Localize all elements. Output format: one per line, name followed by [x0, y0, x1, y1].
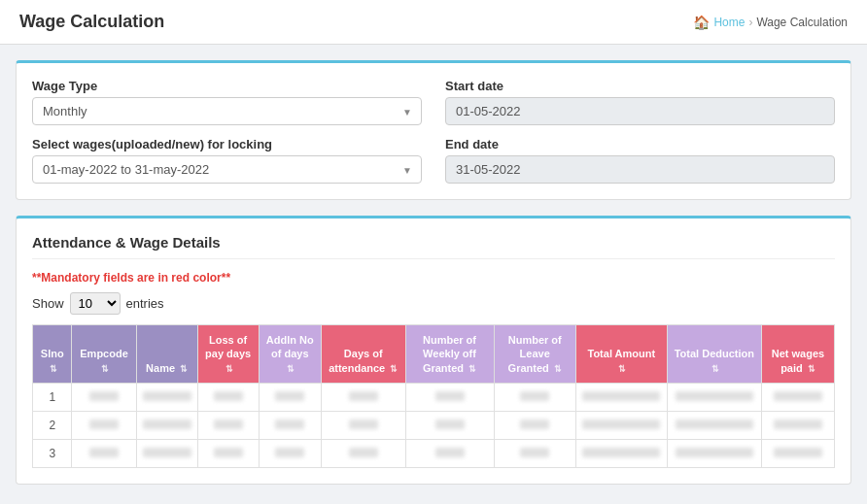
end-date-group: End date: [445, 137, 835, 184]
cell-total-amount: [575, 440, 667, 468]
cell-slno: 1: [33, 384, 72, 412]
breadcrumb-separator: ›: [748, 16, 752, 29]
table-row: 2: [33, 412, 835, 440]
wage-type-group: Wage Type Monthly Weekly Daily: [32, 79, 422, 125]
col-leave-granted: Number of Leave Granted ⇅: [494, 325, 575, 384]
col-slno: Slno ⇅: [33, 325, 72, 384]
start-date-input: [445, 97, 835, 125]
sort-name[interactable]: ⇅: [180, 364, 188, 376]
cell-slno: 2: [33, 412, 72, 440]
col-total-amount: Total Amount ⇅: [575, 325, 667, 384]
cell-name: [136, 440, 197, 468]
breadcrumb-current: Wage Calculation: [756, 16, 848, 29]
home-icon: 🏠: [693, 15, 710, 30]
wages-select-wrapper[interactable]: 01-may-2022 to 31-may-2022: [32, 155, 422, 184]
cell-leave: [494, 384, 575, 412]
cell-leave: [494, 440, 575, 468]
table-row: 3: [33, 440, 835, 468]
form-card: Wage Type Monthly Weekly Daily Start dat…: [16, 60, 851, 200]
start-date-group: Start date: [445, 79, 835, 125]
cell-net-wages: [761, 412, 834, 440]
cell-addln: [259, 440, 321, 468]
show-entries-control: Show 10 25 50 100 entries: [32, 292, 835, 315]
wage-type-select-wrapper[interactable]: Monthly Weekly Daily: [32, 97, 422, 125]
section-title: Attendance & Wage Details: [32, 234, 835, 259]
show-label: Show: [32, 296, 64, 311]
wages-select-group: Select wages(uploaded/new) for locking 0…: [32, 137, 422, 184]
cell-deduction: [667, 412, 761, 440]
cell-deduction: [667, 384, 761, 412]
start-date-label: Start date: [445, 79, 835, 93]
breadcrumb: 🏠 Home › Wage Calculation: [693, 15, 848, 30]
breadcrumb-home[interactable]: Home: [713, 16, 745, 29]
cell-leave: [494, 412, 575, 440]
cell-days: [321, 440, 405, 468]
col-total-deduction: Total Deduction ⇅: [667, 325, 761, 384]
sort-leave-granted[interactable]: ⇅: [554, 364, 562, 376]
cell-empcode: [72, 412, 136, 440]
col-empcode: Empcode ⇅: [72, 325, 136, 384]
col-days-attendance: Days of attendance ⇅: [321, 325, 405, 384]
cell-loss: [197, 384, 259, 412]
cell-addln: [259, 384, 321, 412]
main-content: Wage Type Monthly Weekly Daily Start dat…: [0, 45, 867, 504]
cell-deduction: [667, 440, 761, 468]
wage-type-select[interactable]: Monthly Weekly Daily: [32, 97, 422, 125]
form-grid: Wage Type Monthly Weekly Daily Start dat…: [32, 79, 835, 184]
sort-addln[interactable]: ⇅: [287, 364, 295, 376]
sort-loss-pay[interactable]: ⇅: [225, 364, 233, 376]
cell-weekly: [405, 412, 494, 440]
cell-weekly: [405, 440, 494, 468]
end-date-label: End date: [445, 137, 835, 151]
attendance-card: Attendance & Wage Details **Mandatory fi…: [16, 216, 851, 485]
cell-total-amount: [575, 384, 667, 412]
col-net-wages: Net wages paid ⇅: [761, 325, 834, 384]
wages-select-label: Select wages(uploaded/new) for locking: [32, 137, 422, 151]
cell-empcode: [72, 440, 136, 468]
sort-total-amount[interactable]: ⇅: [618, 364, 626, 376]
cell-slno: 3: [33, 440, 72, 468]
cell-loss: [197, 412, 259, 440]
cell-name: [136, 412, 197, 440]
sort-total-deduction[interactable]: ⇅: [711, 364, 719, 376]
col-addln: Addln No of days ⇅: [259, 325, 321, 384]
table-row: 1: [33, 384, 835, 412]
col-weekly-off: Number of Weekly off Granted ⇅: [405, 325, 494, 384]
col-loss-pay: Loss of pay days ⇅: [197, 325, 259, 384]
mandatory-note: **Mandatory fields are in red color**: [32, 271, 835, 285]
cell-loss: [197, 440, 259, 468]
wages-select[interactable]: 01-may-2022 to 31-may-2022: [32, 155, 422, 184]
cell-name: [136, 384, 197, 412]
page-title: Wage Calculation: [19, 12, 164, 32]
page-header: Wage Calculation 🏠 Home › Wage Calculati…: [0, 0, 867, 45]
sort-net-wages[interactable]: ⇅: [808, 364, 815, 376]
sort-weekly-off[interactable]: ⇅: [468, 364, 476, 376]
sort-empcode[interactable]: ⇅: [101, 364, 109, 376]
sort-slno[interactable]: ⇅: [50, 364, 57, 376]
cell-net-wages: [761, 440, 834, 468]
table-wrapper: Slno ⇅ Empcode ⇅ Name ⇅ Loss of pay days…: [32, 324, 835, 468]
attendance-table: Slno ⇅ Empcode ⇅ Name ⇅ Loss of pay days…: [32, 324, 835, 468]
sort-days-attendance[interactable]: ⇅: [390, 364, 398, 376]
table-header-row: Slno ⇅ Empcode ⇅ Name ⇅ Loss of pay days…: [33, 325, 835, 384]
entries-select[interactable]: 10 25 50 100: [70, 292, 121, 315]
cell-empcode: [72, 384, 136, 412]
cell-days: [321, 412, 405, 440]
cell-total-amount: [575, 412, 667, 440]
cell-weekly: [405, 384, 494, 412]
cell-net-wages: [761, 384, 834, 412]
wage-type-label: Wage Type: [32, 79, 422, 93]
cell-days: [321, 384, 405, 412]
cell-addln: [259, 412, 321, 440]
col-name: Name ⇅: [136, 325, 197, 384]
end-date-input: [445, 155, 835, 184]
entries-label: entries: [126, 296, 164, 311]
